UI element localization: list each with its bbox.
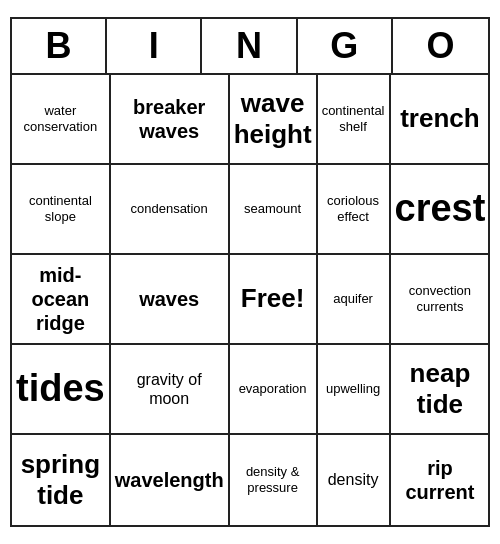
bingo-grid: water conservationbreaker waveswave heig… [12,75,488,525]
bingo-cell[interactable]: tides [12,345,111,435]
cell-label: tides [16,366,105,412]
cell-label: crest [395,186,486,232]
bingo-cell[interactable]: evaporation [230,345,318,435]
cell-label: water conservation [16,103,105,134]
bingo-cell[interactable]: wavelength [111,435,230,525]
cell-label: density [328,470,379,489]
bingo-cell[interactable]: convection currents [391,255,490,345]
cell-label: density & pressure [234,464,312,495]
header-letter-o: O [393,19,488,73]
header-letter-b: B [12,19,107,73]
bingo-cell[interactable]: gravity of moon [111,345,230,435]
cell-label: gravity of moon [115,370,224,408]
bingo-cell[interactable]: spring tide [12,435,111,525]
cell-label: continental shelf [322,103,385,134]
cell-label: rip current [395,456,486,504]
cell-label: breaker waves [115,95,224,143]
cell-label: aquifer [333,291,373,307]
bingo-cell[interactable]: condensation [111,165,230,255]
bingo-cell[interactable]: wave height [230,75,318,165]
bingo-cell[interactable]: density [318,435,391,525]
bingo-cell[interactable]: continental slope [12,165,111,255]
cell-label: waves [139,287,199,311]
header-letter-n: N [202,19,297,73]
cell-label: Free! [241,283,305,314]
bingo-cell[interactable]: rip current [391,435,490,525]
bingo-cell[interactable]: waves [111,255,230,345]
bingo-header: BINGO [12,19,488,75]
cell-label: seamount [244,201,301,217]
bingo-cell[interactable]: neap tide [391,345,490,435]
bingo-cell[interactable]: Free! [230,255,318,345]
cell-label: condensation [130,201,207,217]
bingo-cell[interactable]: aquifer [318,255,391,345]
cell-label: wave height [234,88,312,150]
cell-label: evaporation [239,381,307,397]
bingo-cell[interactable]: water conservation [12,75,111,165]
bingo-cell[interactable]: upwelling [318,345,391,435]
bingo-cell[interactable]: breaker waves [111,75,230,165]
header-letter-g: G [298,19,393,73]
bingo-cell[interactable]: mid-ocean ridge [12,255,111,345]
bingo-cell[interactable]: trench [391,75,490,165]
cell-label: upwelling [326,381,380,397]
cell-label: wavelength [115,468,224,492]
cell-label: trench [400,103,479,134]
bingo-cell[interactable]: continental shelf [318,75,391,165]
cell-label: continental slope [16,193,105,224]
bingo-cell[interactable]: density & pressure [230,435,318,525]
bingo-card: BINGO water conservationbreaker waveswav… [10,17,490,527]
bingo-cell[interactable]: coriolous effect [318,165,391,255]
cell-label: neap tide [395,358,486,420]
cell-label: convection currents [395,283,486,314]
cell-label: mid-ocean ridge [16,263,105,335]
bingo-cell[interactable]: crest [391,165,490,255]
cell-label: coriolous effect [322,193,385,224]
cell-label: spring tide [16,449,105,511]
header-letter-i: I [107,19,202,73]
bingo-cell[interactable]: seamount [230,165,318,255]
